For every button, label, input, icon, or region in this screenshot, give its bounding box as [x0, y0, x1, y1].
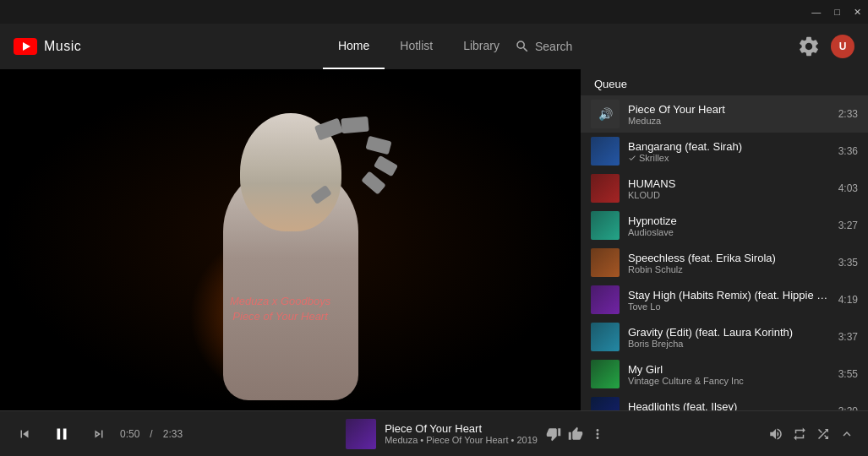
track-subtitle: Meduza • Piece Of Your Heart • 2019 [385, 435, 538, 445]
main-content: Meduza x GoodboysPiece of Your Heart Que… [0, 69, 868, 410]
queue-item[interactable]: Stay High (Habits Remix) (feat. Hippie S… [581, 281, 868, 318]
verified-icon [628, 154, 636, 162]
thumbs-down-icon[interactable] [546, 426, 561, 442]
queue-title: Gravity (Edit) (feat. Laura Korinth) [628, 326, 830, 339]
queue-title: Headlights (feat. Ilsey) [628, 400, 830, 411]
queue-duration: 3:37 [838, 331, 858, 343]
queue-item[interactable]: My Girl Vintage Culture & Fancy Inc 3:55 [581, 356, 868, 393]
track-title: Piece Of Your Heart [385, 422, 538, 435]
search-label: Search [535, 40, 572, 53]
next-button[interactable] [88, 423, 110, 445]
queue-info: Piece Of Your Heart Meduza [628, 103, 830, 126]
figure-head [240, 113, 341, 231]
title-bar: — □ ✕ [0, 0, 868, 24]
queue-artist: Vintage Culture & Fancy Inc [628, 376, 830, 386]
queue-thumb [591, 360, 620, 388]
header: Music Home Hotlist Library Search U [0, 24, 868, 69]
search-area[interactable]: Search [515, 39, 572, 54]
camera-2 [365, 136, 391, 155]
center-section: Piece Of Your Heart Meduza • Piece Of Yo… [193, 419, 758, 449]
queue-duration: 3:55 [838, 368, 858, 380]
camera-3 [373, 155, 397, 176]
queue-title: Piece Of Your Heart [628, 103, 830, 116]
header-right: U [797, 35, 854, 58]
like-area [546, 426, 605, 442]
queue-item[interactable]: Headlights (feat. Ilsey) Robin Schulz 3:… [581, 393, 868, 410]
close-button[interactable]: ✕ [854, 7, 861, 18]
player-bar: 0:50 / 2:33 Piece Of Your Heart Meduza •… [0, 410, 868, 456]
avatar[interactable]: U [831, 35, 854, 58]
queue-duration: 3:35 [838, 257, 858, 269]
queue-title: Hypnotize [628, 214, 830, 227]
queue-duration: 3:36 [838, 145, 858, 157]
queue-artist: Skrillex [628, 153, 830, 163]
app: Music Home Hotlist Library Search U [0, 24, 868, 456]
queue-item[interactable]: Bangarang (feat. Sirah) Skrillex 3:36 [581, 133, 868, 170]
queue-thumb: 🔊 [591, 100, 620, 128]
queue-item[interactable]: Gravity (Edit) (feat. Laura Korinth) Bor… [581, 318, 868, 356]
queue-info: HUMANS KLOUD [628, 177, 830, 200]
queue-header: Queue [581, 69, 868, 95]
queue-item[interactable]: 🔊 Piece Of Your Heart Meduza 2:33 [581, 95, 868, 133]
more-options-icon[interactable] [590, 426, 605, 442]
camera-4 [341, 117, 368, 134]
queue-list[interactable]: 🔊 Piece Of Your Heart Meduza 2:33 Bangar… [581, 95, 868, 410]
now-playing-thumb [346, 419, 376, 449]
nav-hotlist[interactable]: Hotlist [385, 24, 448, 69]
queue-thumb [591, 397, 620, 410]
youtube-music-logo-icon [14, 38, 37, 55]
queue-title: Bangarang (feat. Sirah) [628, 140, 830, 153]
queue-duration: 2:33 [838, 108, 858, 120]
prev-button[interactable] [14, 423, 35, 445]
queue-artist: Boris Brejcha [628, 339, 830, 349]
album-art: Meduza x GoodboysPiece of Your Heart [0, 69, 581, 410]
time-separator: / [150, 428, 152, 440]
logo[interactable]: Music [14, 38, 81, 55]
camera-6 [310, 185, 331, 204]
queue-item[interactable]: Hypnotize Audioslave 3:27 [581, 207, 868, 244]
queue-thumb [591, 174, 620, 203]
queue-thumb [591, 137, 620, 166]
queue-info: Headlights (feat. Ilsey) Robin Schulz [628, 400, 830, 411]
total-time: 2:33 [163, 428, 183, 440]
queue-thumb [591, 323, 620, 351]
queue-title: Speechless (feat. Erika Sirola) [628, 252, 830, 264]
track-text: Piece Of Your Heart Meduza • Piece Of Yo… [385, 422, 538, 445]
repeat-icon[interactable] [792, 426, 807, 442]
current-time: 0:50 [120, 428, 139, 440]
queue-info: My Girl Vintage Culture & Fancy Inc [628, 363, 830, 386]
queue-title: Stay High (Habits Remix) (feat. Hippie S… [628, 289, 830, 301]
volume-icon[interactable] [768, 426, 783, 442]
right-controls [768, 426, 854, 442]
main-nav: Home Hotlist Library Search [115, 24, 780, 69]
queue-thumb [591, 211, 620, 240]
shuffle-icon[interactable] [816, 426, 831, 442]
queue-duration: 4:19 [838, 294, 858, 306]
queue-duration: 3:27 [838, 220, 858, 231]
queue-info: Speechless (feat. Erika Sirola) Robin Sc… [628, 252, 830, 274]
queue-info: Gravity (Edit) (feat. Laura Korinth) Bor… [628, 326, 830, 349]
nav-home[interactable]: Home [323, 24, 385, 69]
player-area: Meduza x GoodboysPiece of Your Heart [0, 69, 581, 410]
album-art-figure: Meduza x GoodboysPiece of Your Heart [160, 79, 422, 400]
thumbs-up-icon[interactable] [568, 426, 583, 442]
minimize-button[interactable]: — [811, 7, 821, 17]
collapse-icon[interactable] [839, 426, 854, 442]
queue-panel: Queue 🔊 Piece Of Your Heart Meduza 2:33 … [581, 69, 868, 410]
maximize-button[interactable]: □ [834, 7, 840, 17]
queue-artist: KLOUD [628, 190, 830, 200]
play-pause-button[interactable] [49, 421, 74, 447]
queue-info: Stay High (Habits Remix) (feat. Hippie S… [628, 289, 830, 312]
queue-thumb [591, 285, 620, 314]
queue-title: HUMANS [628, 177, 830, 190]
queue-item[interactable]: Speechless (feat. Erika Sirola) Robin Sc… [581, 244, 868, 281]
queue-title: My Girl [628, 363, 830, 376]
queue-info: Bangarang (feat. Sirah) Skrillex [628, 140, 830, 163]
queue-thumb [591, 248, 620, 277]
queue-info: Hypnotize Audioslave [628, 214, 830, 237]
queue-item[interactable]: HUMANS KLOUD 4:03 [581, 170, 868, 207]
nav-library[interactable]: Library [448, 24, 515, 69]
player-controls [14, 421, 110, 447]
settings-icon[interactable] [797, 35, 821, 58]
queue-duration: 4:03 [838, 182, 858, 194]
